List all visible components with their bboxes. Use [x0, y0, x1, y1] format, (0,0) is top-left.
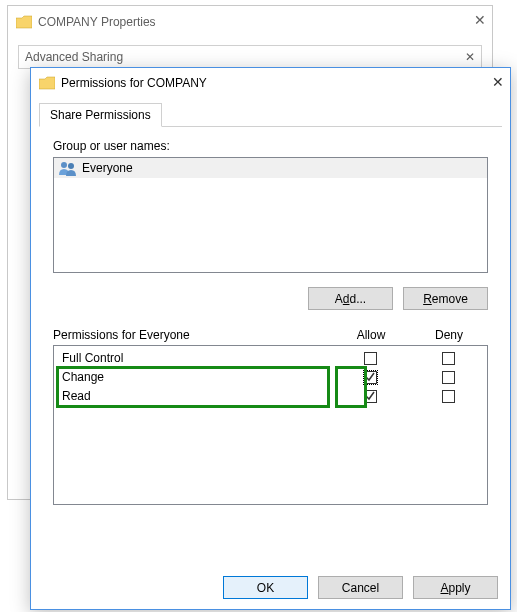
perm-header-allow: Allow: [332, 328, 410, 342]
users-button-row: Add... Remove: [53, 287, 488, 310]
cancel-button[interactable]: Cancel: [318, 576, 403, 599]
perm-name: Read: [54, 389, 331, 403]
deny-checkbox[interactable]: [442, 390, 455, 403]
allow-checkbox[interactable]: [364, 352, 377, 365]
deny-checkbox[interactable]: [442, 352, 455, 365]
perm-header-name: Permissions for Everyone: [53, 328, 332, 342]
folder-icon: [39, 76, 55, 90]
dialog-footer-buttons: OK Cancel Apply: [223, 576, 498, 599]
list-item[interactable]: Everyone: [54, 158, 487, 178]
perm-header-deny: Deny: [410, 328, 488, 342]
users-icon: [58, 160, 78, 176]
properties-titlebar: COMPANY Properties ✕: [8, 6, 492, 37]
permissions-dialog: Permissions for COMPANY ✕ Share Permissi…: [30, 67, 511, 610]
allow-checkbox[interactable]: [364, 390, 377, 403]
close-icon[interactable]: ✕: [492, 74, 504, 90]
groups-label: Group or user names:: [53, 139, 488, 153]
close-icon[interactable]: ✕: [474, 12, 486, 28]
permissions-table: Full ControlChangeRead: [53, 345, 488, 505]
dialog-title: Permissions for COMPANY: [61, 76, 207, 90]
perm-name: Change: [54, 370, 331, 384]
tab-share-permissions[interactable]: Share Permissions: [39, 103, 162, 127]
remove-button[interactable]: Remove: [403, 287, 488, 310]
perm-name: Full Control: [54, 351, 331, 365]
tab-label: Share Permissions: [50, 108, 151, 122]
properties-title: COMPANY Properties: [38, 15, 156, 29]
deny-checkbox[interactable]: [442, 371, 455, 384]
table-row: Full Control: [54, 348, 487, 367]
users-listbox[interactable]: Everyone: [53, 157, 488, 273]
svg-point-1: [68, 163, 74, 169]
apply-button[interactable]: Apply: [413, 576, 498, 599]
ok-label: OK: [257, 581, 274, 595]
ok-button[interactable]: OK: [223, 576, 308, 599]
chevron-close-icon[interactable]: ✕: [465, 50, 475, 64]
table-row: Change: [54, 367, 487, 386]
svg-point-0: [61, 162, 67, 168]
folder-icon: [16, 15, 32, 29]
dialog-titlebar: Permissions for COMPANY ✕: [31, 68, 510, 98]
allow-checkbox[interactable]: [364, 371, 377, 384]
properties-tabrow: Advanced Sharing ✕: [18, 45, 482, 69]
table-row: Read: [54, 386, 487, 405]
cancel-label: Cancel: [342, 581, 379, 595]
advanced-sharing-tab-label[interactable]: Advanced Sharing: [25, 50, 123, 64]
permissions-header: Permissions for Everyone Allow Deny: [53, 328, 488, 342]
dialog-content: Group or user names: Everyone Add...: [31, 127, 510, 513]
add-button[interactable]: Add...: [308, 287, 393, 310]
dialog-tabs: Share Permissions: [39, 102, 502, 127]
user-name: Everyone: [82, 161, 133, 175]
